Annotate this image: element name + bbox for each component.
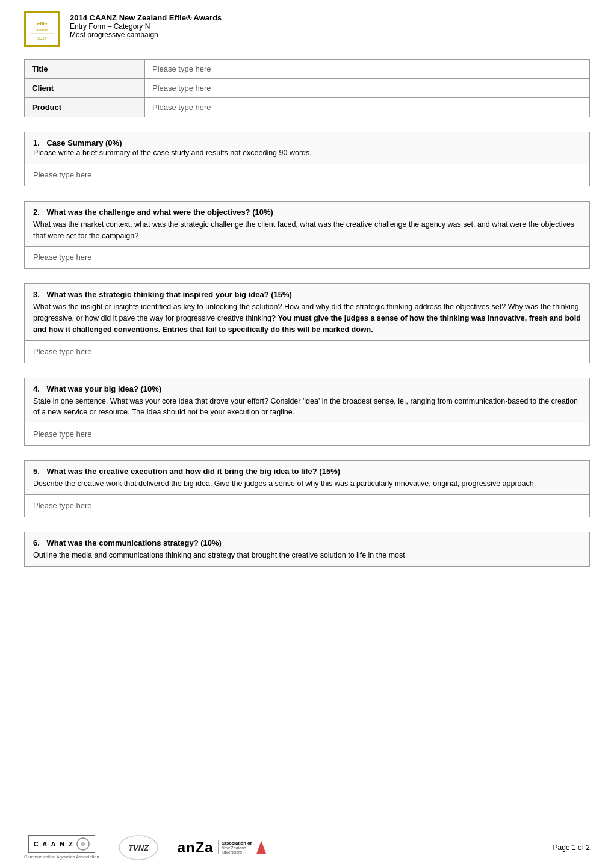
section-3-number: 3. [33,290,40,299]
section-2-placeholder: Please type here [33,253,92,262]
section-5-body[interactable]: Please type here [25,495,589,517]
section-3-body[interactable]: Please type here [25,341,589,363]
section-4-header: 4. What was your big idea? (10%) State i… [25,378,589,424]
anza-badge-sub1: New Zealand [222,846,252,850]
header: effie awards 2014 2014 CAANZ New Zealand… [0,0,614,53]
section-6-description: Outline the media and communications thi… [33,550,581,561]
caanz-logo: C A A N Z Communication Agencies Associa… [24,835,99,860]
section-1-body[interactable]: Please type here [25,164,589,186]
section-6: 6. What was the communications strategy?… [24,532,590,567]
table-row-client: Client Please type here [25,79,590,98]
product-input[interactable]: Please type here [145,98,590,117]
section-1-header: 1. Case Summary (0%) Please write a brie… [25,132,589,164]
entry-table: Title Please type here Client Please typ… [24,59,590,117]
section-6-title: What was the communications strategy? (1… [46,538,221,547]
title-input[interactable]: Please type here [145,60,590,79]
tvnz-logo: TVNZ [117,834,160,861]
section-3: 3. What was the strategic thinking that … [24,283,590,363]
section-2-header: 2. What was the challenge and what were … [25,202,589,247]
section-2-number: 2. [33,208,40,217]
main-content: Title Please type here Client Please typ… [0,53,614,663]
svg-text:effie: effie [37,21,48,26]
section-1: 1. Case Summary (0%) Please write a brie… [24,132,590,186]
section-4: 4. What was your big idea? (10%) State i… [24,378,590,446]
page: effie awards 2014 2014 CAANZ New Zealand… [0,0,614,868]
section-4-placeholder: Please type here [33,429,92,439]
section-2-description: What was the market context, what was th… [33,219,581,242]
section-4-number: 4. [33,384,40,393]
caanz-subtitle: Communication Agencies Association [24,854,99,860]
section-3-description: What was the insight or insights identif… [33,301,581,335]
header-text: 2014 CAANZ New Zealand Effie® Awards Ent… [70,11,222,39]
client-label: Client [25,79,145,98]
section-5-placeholder: Please type here [33,501,92,510]
anza-triangle-icon [256,841,266,854]
section-5: 5. What was the creative execution and h… [24,460,590,517]
section-2: 2. What was the challenge and what were … [24,201,590,269]
section-3-placeholder: Please type here [33,347,92,356]
anza-logo: anZa association of New Zealand advertis… [178,839,266,856]
section-4-title: What was your big idea? (10%) [46,384,161,393]
effie-logo: effie awards 2014 [24,11,60,47]
section-1-title: Case Summary (0%) [46,138,122,147]
title-label: Title [25,60,145,79]
section-3-title: What was the strategic thinking that ins… [46,290,291,299]
page-number: Page 1 of 2 [553,843,590,852]
section-4-description: State in one sentence. What was your cor… [33,396,581,419]
anza-badge-sub2: advertisers [222,850,252,854]
svg-text:2014: 2014 [37,36,47,40]
caanz-letters: C A A N Z [34,840,74,848]
section-5-header: 5. What was the creative execution and h… [25,461,589,495]
footer: C A A N Z Communication Agencies Associa… [0,826,614,868]
section-6-number: 6. [33,538,40,547]
section-1-placeholder: Please type here [33,170,92,179]
table-row-title: Title Please type here [25,60,590,79]
header-subtitle1: Entry Form – Category N [70,22,222,31]
header-title: 2014 CAANZ New Zealand Effie® Awards [70,13,222,22]
table-row-product: Product Please type here [25,98,590,117]
product-label: Product [25,98,145,117]
section-1-description: Please write a brief summary of the case… [33,149,312,157]
svg-text:awards: awards [36,28,48,32]
anza-badge-title: association of [222,840,252,846]
section-1-number: 1. [33,138,40,147]
section-3-header: 3. What was the strategic thinking that … [25,284,589,340]
footer-logos: C A A N Z Communication Agencies Associa… [24,834,266,861]
section-6-header: 6. What was the communications strategy?… [25,532,589,567]
section-5-title: What was the creative execution and how … [46,467,340,476]
svg-text:TVNZ: TVNZ [128,843,149,852]
section-2-title: What was the challenge and what were the… [46,208,273,217]
section-2-body[interactable]: Please type here [25,247,589,268]
header-subtitle2: Most progressive campaign [70,31,222,39]
client-input[interactable]: Please type here [145,79,590,98]
section-5-number: 5. [33,467,40,476]
section-5-description: Describe the creative work that delivere… [33,478,581,490]
section-4-body[interactable]: Please type here [25,423,589,445]
anza-text: anZa [178,839,214,856]
